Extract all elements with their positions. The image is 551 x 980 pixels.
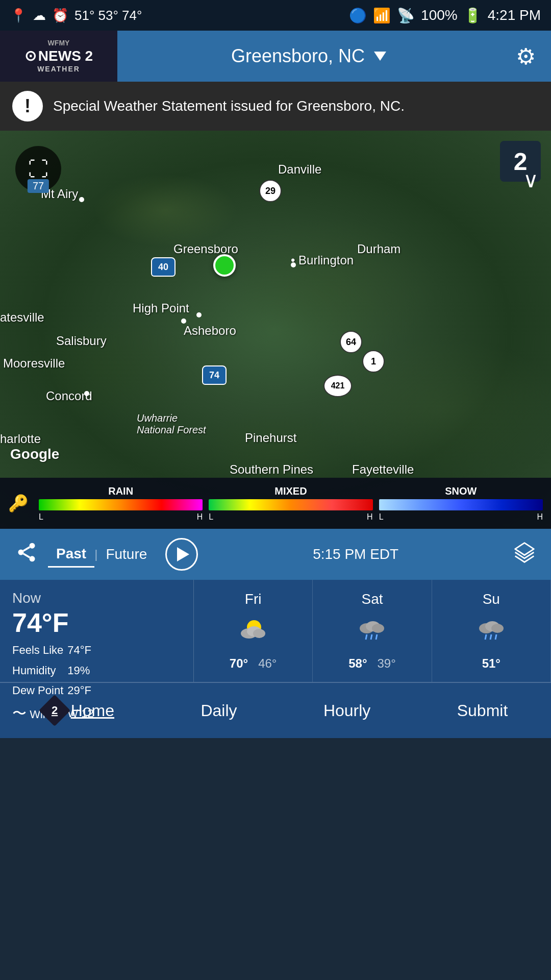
svg-point-1 bbox=[18, 549, 24, 555]
weather-icon: ☁ bbox=[33, 8, 46, 23]
map-container[interactable]: Danville Mt Airy Greensboro • Burlington… bbox=[0, 131, 551, 529]
city-highpoint: High Point bbox=[133, 301, 189, 315]
snow-gradient bbox=[379, 499, 543, 510]
app-header: WFMY ⊙ NEWS 2 WEATHER Greensboro, NC ⚙ bbox=[0, 31, 551, 82]
forecast-sat-day: Sat bbox=[361, 591, 383, 607]
alarm-icon: ⏰ bbox=[52, 8, 68, 23]
submit-label: Submit bbox=[457, 701, 508, 720]
dot-burlington bbox=[291, 262, 296, 267]
layers-button[interactable] bbox=[513, 541, 536, 568]
svg-point-2 bbox=[30, 556, 35, 561]
status-temps: 51° 53° 74° bbox=[74, 8, 142, 23]
map-background: Danville Mt Airy Greensboro • Burlington… bbox=[0, 131, 551, 529]
home-badge-number: 2 bbox=[52, 704, 58, 717]
daily-label: Daily bbox=[201, 701, 237, 720]
feels-like-label: Feels Like bbox=[12, 640, 67, 660]
snow-lh-labels: LH bbox=[379, 512, 543, 522]
forecast-sat: Sat 58° 39° bbox=[313, 580, 432, 682]
logo-wfmy: WFMY bbox=[24, 39, 93, 47]
map-badge-number: 77 bbox=[28, 179, 49, 193]
alert-text: Special Weather Statement issued for Gre… bbox=[53, 96, 405, 116]
nav-daily[interactable]: Daily bbox=[190, 696, 247, 725]
rain-label: RAIN bbox=[39, 485, 203, 497]
dot-concord bbox=[84, 391, 89, 396]
forecast-sun-day: Su bbox=[483, 591, 500, 607]
dot-asheboro bbox=[181, 318, 186, 324]
current-conditions: Now 74°F Feels Like 74°F Humidity 19% De… bbox=[0, 580, 194, 682]
weather-panel: Now 74°F Feels Like 74°F Humidity 19% De… bbox=[0, 580, 551, 682]
city-pinehurst: Pinehurst bbox=[245, 431, 296, 445]
wind-icon: 〜 bbox=[12, 705, 27, 721]
nav-hourly[interactable]: Hourly bbox=[313, 696, 381, 725]
forecast-fri-temps: 70° 46° bbox=[230, 656, 277, 671]
alert-icon: ! bbox=[12, 91, 43, 121]
forecast-sat-temps: 58° 39° bbox=[348, 656, 396, 671]
forecast-sun: Su 51° bbox=[432, 580, 551, 682]
signal-icon: 📡 bbox=[397, 7, 415, 24]
city-statesville: atesville bbox=[0, 310, 44, 325]
chevron-down-icon[interactable]: ∨ bbox=[523, 167, 539, 192]
highway-40: 40 bbox=[151, 257, 176, 277]
forecast-fri-icon bbox=[237, 615, 269, 648]
current-location-pin bbox=[213, 254, 236, 277]
dot-mt-airy bbox=[79, 197, 84, 202]
forecast-strip: Fri 70° 46° Sat bbox=[194, 580, 551, 682]
home-badge: 2 bbox=[39, 695, 70, 726]
location-icon: 📍 bbox=[10, 8, 27, 23]
nav-submit[interactable]: Submit bbox=[447, 696, 518, 725]
city-durham: Durham bbox=[357, 242, 400, 256]
city-fayetteville: Fayetteville bbox=[352, 462, 414, 477]
clock-time: 4:21 PM bbox=[488, 7, 541, 23]
logo-weather: WEATHER bbox=[24, 65, 93, 74]
svg-line-3 bbox=[23, 553, 30, 557]
feels-like-value: 74°F bbox=[67, 640, 97, 660]
settings-button[interactable]: ⚙ bbox=[500, 43, 551, 69]
svg-line-20 bbox=[490, 634, 491, 640]
battery-pct: 100% bbox=[421, 7, 458, 23]
city-greensboro: Greensboro bbox=[173, 242, 238, 256]
playback-controls: Past | Future 5:15 PM EDT bbox=[0, 529, 551, 580]
playback-time-display: 5:15 PM EDT bbox=[208, 546, 503, 562]
forecast-sun-icon bbox=[475, 615, 508, 648]
play-triangle-icon bbox=[177, 547, 189, 561]
city-asheboro: Asheboro bbox=[184, 324, 236, 338]
snow-label: SNOW bbox=[379, 485, 543, 497]
share-button[interactable] bbox=[15, 541, 38, 568]
logo-news2: ⊙ NEWS 2 bbox=[24, 47, 93, 65]
highway-29: 29 bbox=[259, 180, 282, 202]
play-button[interactable] bbox=[165, 538, 198, 571]
alert-bar[interactable]: ! Special Weather Statement issued for G… bbox=[0, 82, 551, 131]
highway-1: 1 bbox=[362, 350, 385, 373]
playback-tabs: Past | Future bbox=[48, 542, 155, 568]
gear-icon: ⚙ bbox=[516, 43, 536, 69]
now-label: Now bbox=[12, 590, 181, 606]
highway-74: 74 bbox=[202, 365, 227, 385]
battery-icon: 🔋 bbox=[464, 7, 482, 24]
svg-point-9 bbox=[253, 629, 265, 638]
city-burlington: • Burlington bbox=[291, 253, 354, 267]
svg-point-18 bbox=[491, 624, 504, 633]
mixed-legend: MIXED LH bbox=[209, 485, 372, 522]
expand-icon: ⛶ bbox=[28, 158, 48, 181]
highway-421: 421 bbox=[323, 375, 352, 397]
tab-past[interactable]: Past bbox=[48, 542, 94, 568]
map-expand-button[interactable]: ⛶ 77 bbox=[15, 146, 61, 192]
tab-future[interactable]: Future bbox=[97, 542, 155, 567]
status-bar: 📍 ☁ ⏰ 51° 53° 74° 🔵 📶 📡 100% 🔋 4:21 PM bbox=[0, 0, 551, 31]
wifi-icon: 📶 bbox=[373, 7, 391, 24]
nav-home[interactable]: 2 Home bbox=[33, 694, 124, 727]
city-uwharrie: UwharrieNational Forest bbox=[137, 412, 206, 436]
forecast-sat-icon bbox=[356, 615, 388, 648]
status-icons-right: 🔵 📶 📡 100% 🔋 4:21 PM bbox=[349, 7, 541, 24]
forecast-sun-temps: 51° bbox=[482, 656, 500, 671]
bluetooth-icon: 🔵 bbox=[349, 7, 367, 24]
location-display[interactable]: Greensboro, NC bbox=[117, 45, 500, 67]
mixed-lh-labels: LH bbox=[209, 512, 372, 522]
svg-point-12 bbox=[372, 624, 384, 633]
city-danville: Danville bbox=[278, 162, 321, 177]
forecast-fri: Fri 70° 46° bbox=[194, 580, 313, 682]
city-mooresville: Mooresville bbox=[3, 356, 65, 371]
highway-64: 64 bbox=[340, 331, 362, 353]
google-watermark: Google bbox=[10, 446, 59, 462]
location-dropdown-arrow bbox=[374, 52, 386, 61]
